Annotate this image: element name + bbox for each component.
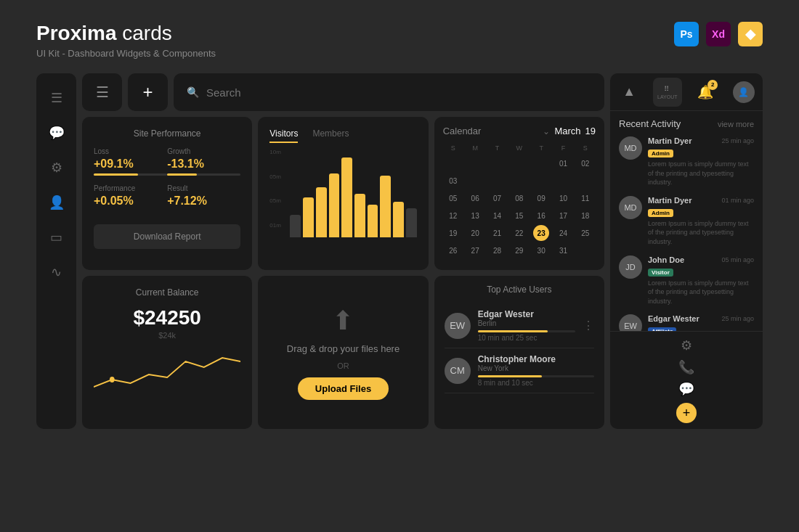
- cal-day-10[interactable]: 10: [555, 190, 571, 206]
- cal-day-27[interactable]: 27: [467, 242, 483, 258]
- cal-day-9[interactable]: 09: [533, 190, 549, 206]
- result-value: +7.12%: [167, 195, 240, 208]
- sidebar-icon-layout[interactable]: ▭: [43, 224, 70, 251]
- nav-add-btn[interactable]: +: [128, 73, 168, 111]
- user-time-2: 8 min and 10 sec: [478, 379, 594, 387]
- message-icon-btn[interactable]: 💬: [678, 381, 694, 397]
- upload-files-btn[interactable]: Upload Files: [298, 377, 389, 400]
- cal-day-8[interactable]: 08: [511, 190, 527, 206]
- xd-icon[interactable]: Xd: [706, 22, 731, 46]
- user-info-2: Christopher Moore New York 8 min and 10 …: [478, 354, 594, 387]
- cal-day-31[interactable]: 31: [555, 242, 571, 258]
- user-avatar-nav[interactable]: 👤: [729, 78, 758, 107]
- balance-sub: $24k: [94, 331, 240, 340]
- members-tab[interactable]: Members: [312, 128, 349, 143]
- bar-1: [290, 215, 301, 237]
- cal-day-15[interactable]: 15: [511, 208, 527, 224]
- year-display: 19: [585, 126, 596, 136]
- act-name-1: Martin Dyer: [648, 136, 692, 145]
- cal-day-5[interactable]: 05: [445, 190, 461, 206]
- cal-day-30[interactable]: 30: [533, 242, 549, 258]
- perf-stats-2: Performance +0.05% Result +7.12%: [94, 184, 240, 210]
- prev-month-btn[interactable]: ⌄: [543, 126, 550, 136]
- cal-day-19[interactable]: 19: [445, 225, 461, 241]
- header-tool-icons: Ps Xd ◆: [674, 22, 763, 46]
- sketch-icon[interactable]: ◆: [738, 22, 763, 46]
- act-text-2: Lorem Ipsum is simply dummy text of the …: [648, 219, 754, 247]
- loss-label: Loss: [94, 147, 167, 155]
- visitors-tab[interactable]: Visitors: [269, 128, 298, 143]
- act-avatar-1: MD: [619, 136, 642, 160]
- cal-day-23-today[interactable]: 23: [533, 225, 549, 241]
- download-report-btn[interactable]: Download Report: [94, 224, 240, 249]
- search-input[interactable]: [206, 86, 591, 99]
- bar-9: [393, 202, 404, 238]
- perf-label: Performance: [94, 184, 167, 192]
- cal-day-17[interactable]: 17: [555, 208, 571, 224]
- act-name-4: Edgar Wester: [648, 314, 699, 323]
- cal-day-24[interactable]: 24: [555, 225, 571, 241]
- content-grid: Site Performance Loss +09.1% Growth -13.…: [82, 117, 604, 429]
- upload-icon: ⬆: [332, 306, 354, 336]
- act-avatar-2: MD: [619, 196, 642, 219]
- cal-day-29[interactable]: 29: [511, 242, 527, 258]
- cal-day-1[interactable]: 01: [555, 155, 571, 171]
- bars-container: [290, 157, 416, 237]
- sidebar-icon-chat[interactable]: 💬: [43, 119, 70, 147]
- top-users-title: Top Active Users: [445, 285, 594, 295]
- activity-item-1: MD Martin Dyer 25 min ago Admin Lorem Ip…: [619, 136, 754, 187]
- user-item-1: EW Edgar Wester Berlin 10 min and 25 sec…: [445, 303, 594, 348]
- activity-item-3: JD John Doe 05 min ago Visitor Lorem Ips…: [619, 255, 754, 306]
- cal-day-28[interactable]: 28: [489, 242, 505, 258]
- layout-btn[interactable]: ⠿ LAYOUT: [653, 78, 682, 107]
- cal-day-25[interactable]: 25: [577, 225, 593, 241]
- notification-badge: 2: [707, 80, 718, 90]
- dashboard: ☰ 💬 ⚙ 👤 ▭ ∿ ☰ + 🔍 Site Performance Loss: [36, 73, 763, 429]
- phone-icon-btn[interactable]: 📞: [678, 359, 694, 375]
- sidebar-icon-menu[interactable]: ☰: [43, 84, 70, 112]
- bar-8: [380, 176, 391, 237]
- cal-day-2[interactable]: 02: [577, 155, 593, 171]
- drive-icon-btn[interactable]: ▲: [615, 78, 644, 107]
- cal-day-13[interactable]: 13: [467, 208, 483, 224]
- cal-day-21[interactable]: 21: [489, 225, 505, 241]
- growth-label: Growth: [167, 147, 240, 155]
- main-content: ☰ + 🔍 Site Performance Loss +09.1%: [82, 73, 604, 429]
- notifications-btn[interactable]: 🔔 2: [691, 78, 720, 107]
- layout-label: LAYOUT: [657, 94, 678, 99]
- upload-text: Drag & drop your files here: [287, 343, 400, 354]
- bar-6: [354, 194, 365, 238]
- cal-day-14[interactable]: 14: [489, 208, 505, 224]
- right-panel-bottom-icons: ⚙ 📞 💬 +: [610, 331, 763, 429]
- performance-stat: Performance +0.05%: [94, 184, 167, 210]
- balance-amount: $24250: [94, 306, 240, 330]
- user-more-btn-1[interactable]: ⋮: [583, 319, 594, 332]
- sidebar-icon-settings[interactable]: ⚙: [43, 154, 70, 181]
- act-info-1: Martin Dyer 25 min ago Admin Lorem Ipsum…: [648, 136, 754, 187]
- add-icon-btn[interactable]: +: [676, 403, 697, 423]
- ps-icon[interactable]: Ps: [674, 22, 699, 46]
- right-panel-nav: ▲ ⠿ LAYOUT 🔔 2 👤: [610, 73, 763, 111]
- nav-hamburger-btn[interactable]: ☰: [82, 73, 122, 111]
- cal-day-6[interactable]: 06: [467, 190, 483, 206]
- sidebar-icon-user[interactable]: 👤: [43, 189, 70, 216]
- search-bar: 🔍: [174, 73, 604, 111]
- bar-3: [316, 187, 327, 237]
- cal-day-3[interactable]: 03: [445, 173, 461, 189]
- cal-day-16[interactable]: 16: [533, 208, 549, 224]
- view-more-link[interactable]: view more: [718, 120, 754, 128]
- sidebar-icon-chart[interactable]: ∿: [43, 258, 70, 286]
- perf-value: +0.05%: [94, 195, 167, 208]
- cal-day-22[interactable]: 22: [511, 225, 527, 241]
- cal-day-7[interactable]: 07: [489, 190, 505, 206]
- right-panel-content: Recent Activity view more MD Martin Dyer…: [610, 111, 763, 331]
- perf-stats: Loss +09.1% Growth -13.1%: [94, 147, 240, 176]
- act-time-2: 01 min ago: [721, 197, 754, 204]
- cal-day-12[interactable]: 12: [445, 208, 461, 224]
- cal-day-20[interactable]: 20: [467, 225, 483, 241]
- cal-day-11[interactable]: 11: [577, 190, 593, 206]
- cal-day-26[interactable]: 26: [445, 242, 461, 258]
- cal-day-18[interactable]: 18: [577, 208, 593, 224]
- settings-icon-btn[interactable]: ⚙: [681, 337, 692, 353]
- act-text-3: Lorem Ipsum is simply dummy text of the …: [648, 279, 754, 306]
